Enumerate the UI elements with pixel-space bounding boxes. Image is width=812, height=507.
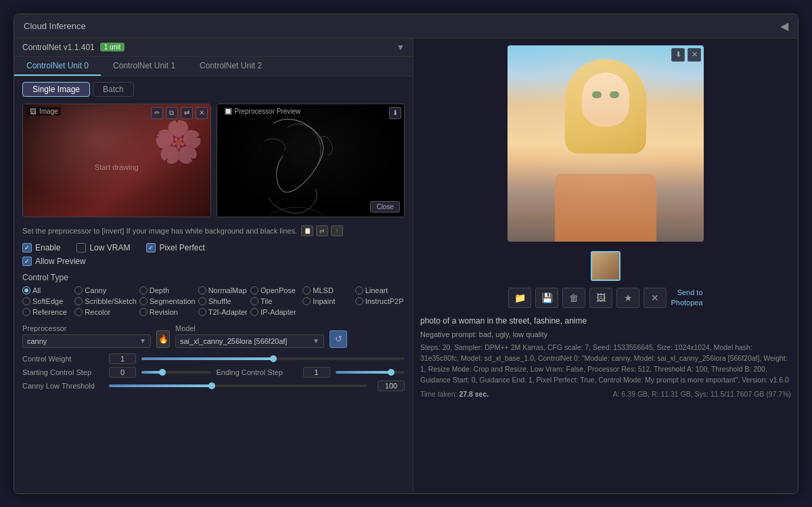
radio-canny[interactable]: Canny (74, 286, 136, 294)
radio-scribble-dot (74, 297, 83, 305)
radio-openpose[interactable]: OpenPose (250, 286, 300, 294)
radio-reference[interactable]: Reference (22, 308, 72, 316)
radio-t2i[interactable]: T2I-Adapter (198, 308, 248, 316)
trash-btn[interactable]: 🗑 (562, 288, 585, 308)
enable-checkbox[interactable]: ✓ Enable (22, 243, 60, 252)
radio-normalmap-dot (198, 286, 206, 294)
radio-mlsd-dot (302, 286, 311, 294)
download-preview-btn[interactable]: ⬇ (389, 107, 401, 119)
model-label: Model (175, 324, 324, 332)
memory-info: A: 6.39 GB, R: 11.31 GB, Sys: 11.5/11.76… (613, 390, 791, 398)
fire-btn[interactable]: 🔥 (156, 330, 170, 348)
model-select[interactable]: sai_xl_canny_256lora [566f20af] ▼ (175, 334, 324, 348)
allow-preview-label: Allow Preview (35, 257, 86, 266)
image-mode-tabs: Single Image Batch (14, 76, 413, 100)
hint-icon-3[interactable]: ↑ (331, 225, 343, 236)
radio-depth[interactable]: Depth (139, 286, 196, 294)
starting-step-label: Starting Control Step (22, 368, 104, 376)
preprocessor-model-row: Preprocessor canny ▼ 🔥 Model sai_xl_cann… (14, 319, 413, 351)
model-arrow: ▼ (313, 337, 319, 345)
radio-revision-dot (139, 308, 148, 316)
svg-point-0 (264, 207, 330, 217)
radio-scribble[interactable]: Scribble/Sketch (74, 297, 136, 305)
copy-tool-btn[interactable]: ⧉ (166, 107, 178, 119)
paint-tool-btn[interactable]: ✏ (151, 107, 163, 119)
allow-preview-checkbox[interactable]: ✓ Allow Preview (22, 257, 86, 266)
canny-low-thumb[interactable] (208, 382, 215, 389)
radio-inpaint[interactable]: Inpaint (302, 297, 352, 305)
hint-icon-1[interactable]: 📋 (301, 225, 313, 236)
radio-instructp2p-dot (355, 297, 363, 305)
low-vram-checkbox-box (76, 243, 86, 252)
radio-softedge[interactable]: SoftEdge (22, 297, 72, 305)
tab-cn-unit-2[interactable]: ControlNet Unit 2 (187, 57, 274, 76)
output-image (508, 45, 704, 242)
tab-cn-unit-0[interactable]: ControlNet Unit 0 (14, 57, 101, 76)
radio-tile[interactable]: Tile (250, 297, 300, 305)
left-panel: ControlNet v1.1.401 1 unit ▼ ControlNet … (14, 39, 413, 493)
refresh-btn[interactable]: ↺ (330, 330, 347, 348)
canny-low-value[interactable]: 100 (378, 380, 405, 391)
input-image-display: Start drawing (23, 104, 210, 217)
pixel-perfect-checkbox[interactable]: ✓ Pixel Perfect (146, 243, 204, 252)
close-input-btn[interactable]: ✕ (196, 107, 208, 119)
radio-mlsd[interactable]: MLSD (302, 286, 352, 294)
title-bar: Cloud Inference ◀ (14, 14, 798, 39)
control-type-grid: All Canny Depth NormalMap (14, 285, 413, 319)
radio-segmentation-dot (139, 297, 148, 305)
radio-recolor[interactable]: Recolor (74, 308, 136, 316)
checkboxes-row: ✓ Enable Low VRAM ✓ Pixel Perfect (14, 240, 413, 255)
preview-tools: ⬇ (389, 107, 401, 119)
start-drawing-text: Start drawing (95, 163, 139, 171)
collapse-icon[interactable]: ◀ (780, 20, 788, 32)
model-value: sai_xl_canny_256lora [566f20af] (180, 337, 287, 345)
allow-preview-checkbox-box: ✓ (22, 257, 32, 266)
radio-all-dot (22, 286, 30, 294)
save-btn[interactable]: 💾 (535, 288, 558, 308)
low-vram-checkbox[interactable]: Low VRAM (76, 243, 130, 252)
ending-step-track[interactable] (336, 371, 405, 374)
single-image-btn[interactable]: Single Image (22, 82, 90, 97)
image-icon: 🖼 (30, 108, 37, 115)
hint-icon-2[interactable]: ⇄ (316, 225, 328, 236)
canny-low-track[interactable] (109, 384, 367, 387)
radio-normalmap[interactable]: NormalMap (198, 286, 248, 294)
folder-btn[interactable]: 📁 (508, 288, 531, 308)
swap-tool-btn[interactable]: ⇄ (181, 107, 193, 119)
radio-openpose-dot (250, 286, 258, 294)
control-weight-track[interactable] (141, 357, 405, 360)
radio-depth-dot (139, 286, 148, 294)
control-weight-thumb[interactable] (270, 355, 277, 362)
preview-image-display (217, 104, 405, 217)
thumbnail-row (591, 247, 621, 285)
tab-cn-unit-1[interactable]: ControlNet Unit 1 (101, 57, 187, 76)
radio-shuffle[interactable]: Shuffle (198, 297, 248, 305)
thumbnail-1[interactable] (591, 251, 621, 281)
radio-all[interactable]: All (22, 286, 72, 294)
ending-step-value[interactable]: 1 (303, 367, 330, 378)
star-btn[interactable]: ★ (616, 288, 639, 308)
controlnet-collapse-icon[interactable]: ▼ (397, 43, 405, 52)
radio-segmentation[interactable]: Segmentation (139, 297, 196, 305)
send-photopea-btn[interactable]: Send toPhotopea (671, 288, 702, 309)
close-preview-btn[interactable]: Close (370, 201, 400, 213)
radio-ip-adapter[interactable]: IP-Adapter (250, 308, 300, 316)
image-btn[interactable]: 🖼 (589, 288, 612, 308)
control-weight-value[interactable]: 1 (109, 353, 136, 364)
close-output-btn[interactable]: ✕ (687, 48, 701, 62)
input-image-box[interactable]: 🖼 Image ✏ ⧉ ⇄ ✕ Start drawing (22, 104, 211, 217)
starting-step-value[interactable]: 0 (109, 367, 136, 378)
ending-step-thumb[interactable] (388, 369, 394, 376)
unit-badge: 1 unit (100, 43, 125, 51)
preprocessor-select[interactable]: canny ▼ (22, 334, 151, 348)
radio-revision[interactable]: Revision (139, 308, 196, 316)
starting-step-thumb[interactable] (159, 369, 166, 376)
preprocessor-label: Preprocessor (22, 324, 151, 332)
send-btn[interactable]: ✕ (644, 288, 667, 308)
starting-step-track[interactable] (141, 371, 211, 374)
radio-instructp2p[interactable]: InstructP2P (355, 297, 405, 305)
download-output-btn[interactable]: ⬇ (671, 48, 685, 62)
batch-btn[interactable]: Batch (93, 82, 134, 97)
preprocessor-preview-box[interactable]: 🔲 Preprocessor Preview ⬇ (217, 104, 405, 217)
radio-lineart[interactable]: Lineart (355, 286, 405, 294)
